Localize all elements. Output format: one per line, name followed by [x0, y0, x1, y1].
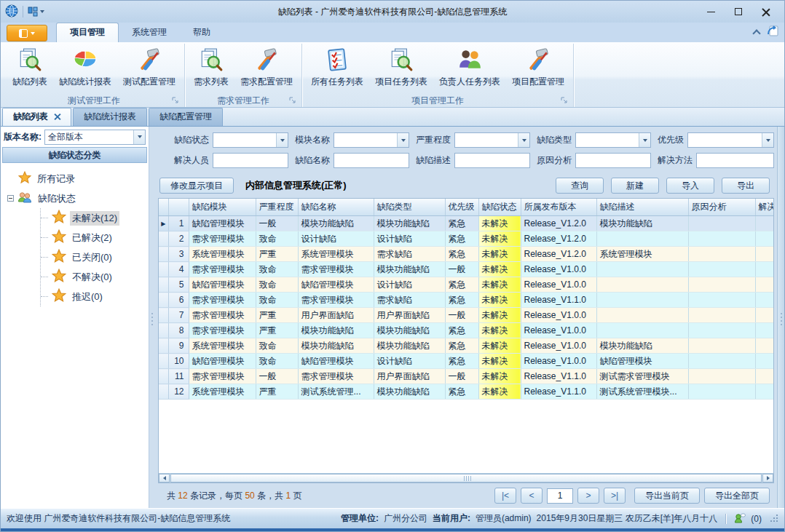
collapse-ribbon-icon[interactable] — [752, 29, 760, 37]
cell-solution[interactable] — [755, 262, 774, 277]
cell-module[interactable]: 缺陷管理模块 — [189, 354, 256, 369]
cell-type[interactable]: 用户界面缺陷 — [374, 308, 445, 323]
next-page-button[interactable]: > — [577, 488, 599, 504]
cell-module[interactable]: 系统管理模块 — [189, 247, 256, 262]
cell-release[interactable]: Release_V1.2.0 — [521, 231, 596, 247]
header-solution[interactable]: 解决方法 — [755, 199, 774, 216]
cell-release[interactable]: Release_V1.0.0 — [521, 262, 596, 277]
cell-severity[interactable]: 致命 — [256, 338, 298, 354]
cell-name[interactable]: 系统管理模块 — [298, 247, 374, 262]
cell-cause[interactable] — [688, 216, 755, 231]
prev-page-button[interactable]: < — [521, 488, 543, 504]
table-row[interactable]: 3 系统管理模块 严重 系统管理模块 需求缺陷 紧急 未解决 Release_V… — [159, 247, 774, 262]
tree-item-wont-fix[interactable]: 不解决(0) — [41, 267, 149, 287]
export-button[interactable]: 导出 — [722, 178, 770, 194]
cell-name[interactable]: 设计缺陷 — [298, 231, 374, 247]
row-number[interactable]: 11 — [168, 369, 189, 384]
cell-priority[interactable]: 一般 — [445, 308, 478, 323]
cell-solution[interactable] — [755, 323, 774, 338]
dialog-launcher-icon[interactable] — [561, 97, 569, 105]
header-description[interactable]: 缺陷描述 — [596, 199, 688, 216]
cell-name[interactable]: 用户界面缺陷 — [298, 308, 374, 323]
cell-status[interactable]: 未解决 — [478, 293, 521, 308]
cell-cause[interactable] — [688, 338, 755, 354]
cell-module[interactable]: 需求管理模块 — [189, 293, 256, 308]
cell-priority[interactable]: 紧急 — [445, 354, 478, 369]
cell-severity[interactable]: 严重 — [256, 247, 298, 262]
cell-description[interactable]: 模块功能缺陷 — [596, 216, 688, 231]
table-row[interactable]: 2 需求管理模块 致命 设计缺陷 设计缺陷 紧急 未解决 Release_V1.… — [159, 231, 774, 247]
modify-columns-button[interactable]: 修改显示项目 — [159, 178, 234, 194]
cell-status[interactable]: 未解决 — [478, 369, 521, 384]
filter-combobox[interactable] — [213, 132, 288, 148]
vertical-splitter[interactable] — [149, 127, 155, 508]
project-config-management-button[interactable]: 项目配置管理 — [506, 44, 570, 90]
chevron-down-icon[interactable] — [397, 133, 409, 147]
quick-access-layout-icon[interactable] — [28, 7, 44, 17]
cell-name[interactable]: 需求管理模块 — [298, 293, 374, 308]
cell-release[interactable]: Release_V1.1.0 — [521, 293, 596, 308]
cell-cause[interactable] — [688, 262, 755, 277]
export-all-pages-button[interactable]: 导出全部页 — [704, 488, 770, 504]
table-row[interactable]: 7 需求管理模块 严重 用户界面缺陷 用户界面缺陷 一般 未解决 Release… — [159, 308, 774, 323]
cell-cause[interactable] — [688, 369, 755, 384]
cell-priority[interactable]: 紧急 — [445, 231, 478, 247]
doc-tab-defect-config[interactable]: 缺陷配置管理 — [149, 108, 223, 126]
cell-description[interactable] — [596, 323, 688, 338]
cell-priority[interactable]: 紧急 — [445, 323, 478, 338]
cell-type[interactable]: 模块功能缺陷 — [374, 323, 445, 338]
cell-name[interactable]: 模块功能缺陷 — [298, 338, 374, 354]
header-type[interactable]: 缺陷类型 — [374, 199, 445, 216]
close-tab-icon[interactable] — [54, 114, 60, 120]
header-cause[interactable]: 原因分析 — [688, 199, 755, 216]
row-number[interactable]: 8 — [168, 323, 189, 338]
table-row[interactable]: 12 系统管理模块 严重 测试系统管理... 模块功能缺陷 紧急 未解决 Rel… — [159, 384, 774, 400]
cell-status[interactable]: 未解决 — [478, 354, 521, 369]
filter-text-input[interactable] — [696, 153, 774, 168]
doc-tab-defect-list[interactable]: 缺陷列表 — [2, 108, 71, 126]
cell-priority[interactable]: 紧急 — [445, 277, 478, 293]
row-number[interactable]: 6 — [168, 293, 189, 308]
cell-release[interactable]: Release_V1.0.0 — [521, 338, 596, 354]
export-current-page-button[interactable]: 导出当前页 — [634, 488, 700, 504]
cell-type[interactable]: 设计缺陷 — [374, 277, 445, 293]
new-button[interactable]: 新建 — [611, 178, 659, 194]
cell-release[interactable]: Release_V1.0.0 — [521, 277, 596, 293]
cell-solution[interactable] — [755, 231, 774, 247]
cell-cause[interactable] — [688, 308, 755, 323]
header-module[interactable]: 缺陷模块 — [189, 199, 256, 216]
test-config-management-button[interactable]: 测试配置管理 — [117, 44, 181, 90]
tree-item-defect-status[interactable]: 缺陷状态 — [18, 188, 149, 208]
cell-severity[interactable]: 致命 — [256, 293, 298, 308]
tab-system-management[interactable]: 系统管理 — [119, 23, 180, 42]
filter-combobox[interactable] — [687, 132, 774, 148]
cell-module[interactable]: 缺陷管理模块 — [189, 277, 256, 293]
table-row[interactable]: ▶ 1 缺陷管理模块 一般 模块功能缺陷 模块功能缺陷 紧急 未解决 Relea… — [159, 216, 774, 231]
cell-severity[interactable]: 严重 — [256, 384, 298, 400]
doc-tab-defect-statistics[interactable]: 缺陷统计报表 — [73, 108, 147, 126]
cell-solution[interactable] — [755, 293, 774, 308]
cell-status[interactable]: 未解决 — [478, 308, 521, 323]
cell-module[interactable]: 需求管理模块 — [189, 323, 256, 338]
cell-description[interactable] — [596, 262, 688, 277]
tree-item-unresolved[interactable]: 未解决(12) — [41, 208, 149, 228]
row-number[interactable]: 9 — [168, 338, 189, 354]
cell-type[interactable]: 用户界面缺陷 — [374, 369, 445, 384]
header-name[interactable]: 缺陷名称 — [298, 199, 374, 216]
cell-status[interactable]: 未解决 — [478, 277, 521, 293]
cell-cause[interactable] — [688, 384, 755, 400]
cell-status[interactable]: 未解决 — [478, 262, 521, 277]
cell-type[interactable]: 模块功能缺陷 — [374, 338, 445, 354]
cell-description[interactable] — [596, 231, 688, 247]
tree-item-postponed[interactable]: 推迟(0) — [41, 287, 149, 306]
table-row[interactable]: 4 需求管理模块 致命 需求管理模块 模块功能缺陷 一般 未解决 Release… — [159, 262, 774, 277]
cell-type[interactable]: 需求缺陷 — [374, 247, 445, 262]
scroll-right-icon[interactable] — [762, 474, 773, 483]
cell-cause[interactable] — [688, 323, 755, 338]
cell-severity[interactable]: 一般 — [256, 216, 298, 231]
cell-release[interactable]: Release_V1.0.0 — [521, 354, 596, 369]
filter-combobox[interactable] — [334, 132, 409, 148]
cell-cause[interactable] — [688, 277, 755, 293]
import-button[interactable]: 导入 — [666, 178, 714, 194]
cell-status[interactable]: 未解决 — [478, 231, 521, 247]
